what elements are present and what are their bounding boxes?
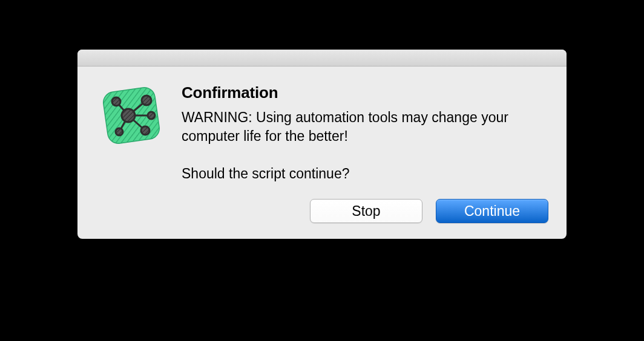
dialog-content: Confirmation WARNING: Using automation t… — [77, 67, 567, 199]
dialog-titlebar — [77, 50, 567, 67]
svg-point-15 — [116, 128, 123, 135]
dialog-title: Confirmation — [182, 83, 548, 102]
dialog-text: Confirmation WARNING: Using automation t… — [182, 82, 548, 183]
omnigraffle-app-icon — [98, 82, 165, 149]
svg-point-13 — [148, 112, 155, 119]
confirmation-dialog: Confirmation WARNING: Using automation t… — [77, 50, 567, 239]
continue-button[interactable]: Continue — [436, 199, 548, 223]
stop-button[interactable]: Stop — [310, 199, 422, 223]
svg-point-14 — [141, 126, 150, 135]
svg-point-12 — [142, 96, 151, 105]
dialog-buttons: Stop Continue — [77, 199, 567, 239]
svg-point-11 — [112, 97, 120, 106]
app-icon-wrap — [98, 82, 165, 149]
svg-point-10 — [122, 109, 135, 122]
dialog-message: WARNING: Using automation tools may chan… — [182, 108, 548, 183]
